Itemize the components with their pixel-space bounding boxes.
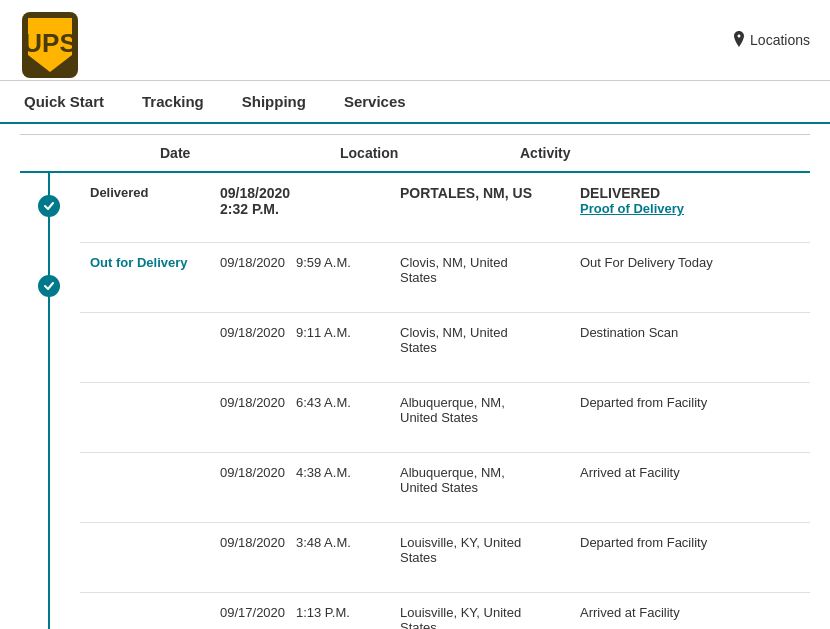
table-row: 09/18/2020 3:48 A.M. Louisville, KY, Uni… <box>80 523 810 593</box>
timeline-dot-out-for-delivery <box>38 275 60 297</box>
row-date-1: 09/18/2020 9:59 A.M. <box>210 243 390 312</box>
date-line2-3: 6:43 A.M. <box>296 395 351 410</box>
date-line2-4: 4:38 A.M. <box>296 465 351 480</box>
tracking-timeline: Delivered 09/18/2020 2:32 P.M. PORTALES,… <box>20 173 810 629</box>
timeline-line <box>48 173 50 629</box>
row-location-1: Clovis, NM, United States <box>390 243 570 312</box>
rows-container: Delivered 09/18/2020 2:32 P.M. PORTALES,… <box>80 173 810 629</box>
row-activity-3: Departed from Facility <box>570 383 810 452</box>
table-row: Out for Delivery 09/18/2020 9:59 A.M. Cl… <box>80 243 810 313</box>
activity-label-5: Departed from Facility <box>580 535 707 550</box>
table-row: 09/18/2020 4:38 A.M. Albuquerque, NM, Un… <box>80 453 810 523</box>
row-date-2: 09/18/2020 9:11 A.M. <box>210 313 390 382</box>
location-line1-5: Louisville, KY, United <box>400 535 521 550</box>
row-location-3: Albuquerque, NM, United States <box>390 383 570 452</box>
activity-label-6: Arrived at Facility <box>580 605 680 620</box>
nav-quick-start[interactable]: Quick Start <box>20 81 108 122</box>
table-row: 09/17/2020 1:13 P.M. Louisville, KY, Uni… <box>80 593 810 629</box>
location-line2-6: States <box>400 620 437 629</box>
page-header: UPS Locations <box>0 0 830 81</box>
location-line2-1: States <box>400 270 437 285</box>
date-line2-6: 1:13 P.M. <box>296 605 350 620</box>
row-location-6: Louisville, KY, United States <box>390 593 570 629</box>
row-activity-0: DELIVERED Proof of Delivery <box>570 173 810 242</box>
date-line2-2: 9:11 A.M. <box>296 325 351 340</box>
timeline-dot-delivered <box>38 195 60 217</box>
delivered-date-line2: 2:32 P.M. <box>220 201 279 217</box>
th-activity: Activity <box>510 145 810 161</box>
row-date-5: 09/18/2020 3:48 A.M. <box>210 523 390 592</box>
row-status-5 <box>80 523 210 592</box>
table-row: 09/18/2020 6:43 A.M. Albuquerque, NM, Un… <box>80 383 810 453</box>
table-row: Delivered 09/18/2020 2:32 P.M. PORTALES,… <box>80 173 810 243</box>
row-status-2 <box>80 313 210 382</box>
row-location-0: PORTALES, NM, US <box>390 173 570 242</box>
row-activity-5: Departed from Facility <box>570 523 810 592</box>
row-date-4: 09/18/2020 4:38 A.M. <box>210 453 390 522</box>
location-line2-4: United States <box>400 480 478 495</box>
row-status-out-for-delivery: Out for Delivery <box>80 243 210 312</box>
date-line2-5: 3:48 A.M. <box>296 535 351 550</box>
table-row: 09/18/2020 9:11 A.M. Clovis, NM, United … <box>80 313 810 383</box>
date-line1-6: 09/17/2020 <box>220 605 285 620</box>
location-line1-6: Louisville, KY, United <box>400 605 521 620</box>
date-line1-2: 09/18/2020 <box>220 325 285 340</box>
activity-label-2: Destination Scan <box>580 325 678 340</box>
date-line1-4: 09/18/2020 <box>220 465 285 480</box>
location-line2-2: States <box>400 340 437 355</box>
row-location-5: Louisville, KY, United States <box>390 523 570 592</box>
row-activity-6: Arrived at Facility <box>570 593 810 629</box>
row-location-4: Albuquerque, NM, United States <box>390 453 570 522</box>
proof-of-delivery-link[interactable]: Proof of Delivery <box>580 201 800 216</box>
location-pin-icon <box>732 31 746 50</box>
th-status <box>20 145 150 161</box>
table-header: Date Location Activity <box>20 135 810 173</box>
row-date-6: 09/17/2020 1:13 P.M. <box>210 593 390 629</box>
th-location: Location <box>330 145 510 161</box>
activity-label-4: Arrived at Facility <box>580 465 680 480</box>
date-line1-3: 09/18/2020 <box>220 395 285 410</box>
activity-label-3: Departed from Facility <box>580 395 707 410</box>
location-line2-3: United States <box>400 410 478 425</box>
th-date: Date <box>150 145 330 161</box>
delivered-date-line1: 09/18/2020 <box>220 185 290 201</box>
row-activity-1: Out For Delivery Today <box>570 243 810 312</box>
locations-link[interactable]: Locations <box>732 31 810 50</box>
delivered-location: PORTALES, NM, US <box>400 185 532 201</box>
date-line2-1: 9:59 A.M. <box>296 255 351 270</box>
row-activity-2: Destination Scan <box>570 313 810 382</box>
location-line1-2: Clovis, NM, United <box>400 325 508 340</box>
row-status-3 <box>80 383 210 452</box>
activity-delivered-label: DELIVERED <box>580 185 660 201</box>
row-date-0: 09/18/2020 2:32 P.M. <box>210 173 390 242</box>
location-line2-5: States <box>400 550 437 565</box>
ups-logo[interactable]: UPS <box>20 10 80 70</box>
row-status-6 <box>80 593 210 629</box>
main-nav: Quick Start Tracking Shipping Services <box>0 81 830 124</box>
location-line1-1: Clovis, NM, United <box>400 255 508 270</box>
row-status-4 <box>80 453 210 522</box>
location-line1-3: Albuquerque, NM, <box>400 395 505 410</box>
row-location-2: Clovis, NM, United States <box>390 313 570 382</box>
timeline-sidebar <box>20 173 80 629</box>
locations-label: Locations <box>750 32 810 48</box>
row-date-3: 09/18/2020 6:43 A.M. <box>210 383 390 452</box>
activity-label-1: Out For Delivery Today <box>580 255 713 270</box>
date-line1-1: 09/18/2020 <box>220 255 285 270</box>
date-line1-5: 09/18/2020 <box>220 535 285 550</box>
main-content: Date Location Activity Del <box>0 134 830 629</box>
row-status-delivered: Delivered <box>80 173 210 242</box>
nav-shipping[interactable]: Shipping <box>238 81 310 122</box>
row-activity-4: Arrived at Facility <box>570 453 810 522</box>
location-line1-4: Albuquerque, NM, <box>400 465 505 480</box>
nav-tracking[interactable]: Tracking <box>138 81 208 122</box>
svg-text:UPS: UPS <box>23 28 76 58</box>
nav-services[interactable]: Services <box>340 81 410 122</box>
